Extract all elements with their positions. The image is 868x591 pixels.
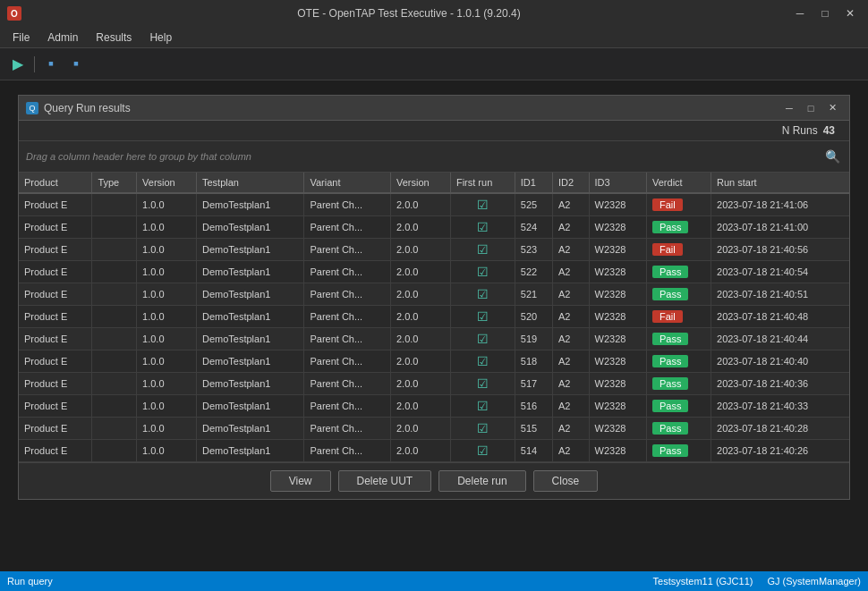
cell-version: 1.0.0	[137, 440, 197, 462]
col-id2[interactable]: ID2	[553, 173, 590, 193]
table-row[interactable]: Product E 1.0.0 DemoTestplan1 Parent Ch.…	[19, 216, 849, 239]
col-variant[interactable]: Variant	[304, 173, 391, 193]
cell-runstart: 2023-07-18 21:40:56	[711, 239, 849, 261]
table-row[interactable]: Product E 1.0.0 DemoTestplan1 Parent Ch.…	[19, 440, 849, 462]
dialog-icon: Q	[26, 102, 38, 114]
delete-run-button[interactable]: Delete run	[438, 470, 525, 492]
maximize-button[interactable]: □	[814, 5, 836, 21]
cell-product: Product E	[19, 193, 92, 216]
menu-results[interactable]: Results	[87, 30, 140, 46]
cell-firstrun: ☑	[450, 239, 515, 261]
status-user: GJ (SystemManager)	[767, 576, 861, 587]
checkbox-icon: ☑	[477, 287, 489, 301]
checkbox-icon: ☑	[477, 421, 489, 435]
table-row[interactable]: Product E 1.0.0 DemoTestplan1 Parent Ch.…	[19, 395, 849, 418]
cell-version2: 2.0.0	[390, 350, 450, 373]
col-version[interactable]: Version	[137, 173, 197, 193]
cell-variant: Parent Ch...	[304, 283, 391, 306]
cell-id1: 516	[515, 395, 552, 418]
verdict-badge: Pass	[652, 422, 688, 435]
cell-type	[92, 350, 137, 373]
status-left: Run query	[7, 576, 653, 587]
close-button[interactable]: ✕	[839, 5, 861, 21]
cell-runstart: 2023-07-18 21:40:26	[711, 440, 849, 462]
cell-id2: A2	[553, 239, 590, 261]
cell-id3: W2328	[589, 261, 646, 283]
table-row[interactable]: Product E 1.0.0 DemoTestplan1 Parent Ch.…	[19, 350, 849, 373]
dialog-close-button[interactable]: ✕	[822, 100, 842, 116]
cell-type	[92, 440, 137, 462]
cell-type	[92, 283, 137, 306]
dialog-maximize-button[interactable]: □	[801, 100, 821, 116]
table-row[interactable]: Product E 1.0.0 DemoTestplan1 Parent Ch.…	[19, 306, 849, 328]
col-version2[interactable]: Version	[390, 173, 450, 193]
cell-version2: 2.0.0	[390, 440, 450, 462]
menu-admin[interactable]: Admin	[38, 30, 87, 46]
menu-file[interactable]: File	[4, 30, 38, 46]
cell-version2: 2.0.0	[390, 216, 450, 239]
table-row[interactable]: Product E 1.0.0 DemoTestplan1 Parent Ch.…	[19, 239, 849, 261]
cell-firstrun: ☑	[450, 283, 515, 306]
col-id3[interactable]: ID3	[589, 173, 646, 193]
cell-type	[92, 193, 137, 216]
cell-id3: W2328	[589, 373, 646, 395]
cell-version: 1.0.0	[137, 239, 197, 261]
window-controls: ─ □ ✕	[789, 5, 861, 21]
results-table: Product Type Version Testplan Variant Ve…	[19, 173, 849, 462]
cell-variant: Parent Ch...	[304, 350, 391, 373]
cell-firstrun: ☑	[450, 306, 515, 328]
cell-testplan: DemoTestplan1	[196, 239, 303, 261]
cell-version: 1.0.0	[137, 328, 197, 350]
cell-version: 1.0.0	[137, 261, 197, 283]
search-button[interactable]: 🔍	[822, 147, 842, 166]
close-button[interactable]: Close	[533, 470, 599, 492]
table-row[interactable]: Product E 1.0.0 DemoTestplan1 Parent Ch.…	[19, 283, 849, 306]
cell-id1: 514	[515, 440, 552, 462]
col-product[interactable]: Product	[19, 173, 92, 193]
checkbox-icon: ☑	[477, 354, 489, 368]
cell-id3: W2328	[589, 328, 646, 350]
results-table-container[interactable]: Product Type Version Testplan Variant Ve…	[19, 173, 849, 462]
menu-help[interactable]: Help	[140, 30, 181, 46]
pause-button[interactable]: ▪	[65, 54, 87, 75]
table-row[interactable]: Product E 1.0.0 DemoTestplan1 Parent Ch.…	[19, 193, 849, 216]
cell-id1: 525	[515, 193, 552, 216]
verdict-badge: Fail	[652, 243, 683, 256]
col-runstart[interactable]: Run start	[711, 173, 849, 193]
cell-variant: Parent Ch...	[304, 373, 391, 395]
table-row[interactable]: Product E 1.0.0 DemoTestplan1 Parent Ch.…	[19, 328, 849, 350]
verdict-badge: Fail	[652, 310, 683, 323]
cell-id3: W2328	[589, 239, 646, 261]
dialog-title-bar: Q Query Run results ─ □ ✕	[19, 96, 849, 121]
play-button[interactable]: ▶	[7, 54, 29, 75]
table-row[interactable]: Product E 1.0.0 DemoTestplan1 Parent Ch.…	[19, 261, 849, 283]
col-verdict[interactable]: Verdict	[647, 173, 711, 193]
minimize-button[interactable]: ─	[789, 5, 811, 21]
dialog-minimize-button[interactable]: ─	[779, 100, 799, 116]
cell-id3: W2328	[589, 350, 646, 373]
col-id1[interactable]: ID1	[515, 173, 552, 193]
col-type[interactable]: Type	[92, 173, 137, 193]
cell-variant: Parent Ch...	[304, 418, 391, 440]
cell-product: Product E	[19, 350, 92, 373]
cell-verdict: Fail	[647, 193, 711, 216]
delete-uut-button[interactable]: Delete UUT	[338, 470, 432, 492]
cell-version: 1.0.0	[137, 216, 197, 239]
cell-id1: 515	[515, 418, 552, 440]
cell-testplan: DemoTestplan1	[196, 418, 303, 440]
cell-variant: Parent Ch...	[304, 306, 391, 328]
cell-version2: 2.0.0	[390, 239, 450, 261]
col-firstrun[interactable]: First run	[450, 173, 515, 193]
view-button[interactable]: View	[270, 470, 331, 492]
cell-id3: W2328	[589, 283, 646, 306]
cell-version: 1.0.0	[137, 193, 197, 216]
table-row[interactable]: Product E 1.0.0 DemoTestplan1 Parent Ch.…	[19, 418, 849, 440]
table-row[interactable]: Product E 1.0.0 DemoTestplan1 Parent Ch.…	[19, 373, 849, 395]
cell-verdict: Pass	[647, 440, 711, 462]
cell-product: Product E	[19, 328, 92, 350]
checkbox-icon: ☑	[477, 376, 489, 391]
cell-variant: Parent Ch...	[304, 193, 391, 216]
table-header-row: Product Type Version Testplan Variant Ve…	[19, 173, 849, 193]
stop-button[interactable]: ▪	[40, 54, 62, 75]
col-testplan[interactable]: Testplan	[196, 173, 303, 193]
